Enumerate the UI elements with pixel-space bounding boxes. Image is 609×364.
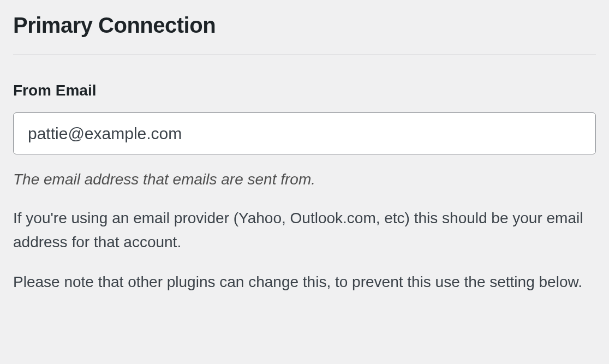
from-email-help-1: If you're using an email provider (Yahoo… (13, 206, 596, 254)
section-divider (13, 54, 596, 55)
from-email-help-italic: The email address that emails are sent f… (13, 169, 596, 190)
from-email-help-2: Please note that other plugins can chang… (13, 270, 596, 294)
section-heading: Primary Connection (13, 13, 596, 38)
from-email-input[interactable] (13, 112, 596, 154)
from-email-label: From Email (13, 82, 596, 99)
